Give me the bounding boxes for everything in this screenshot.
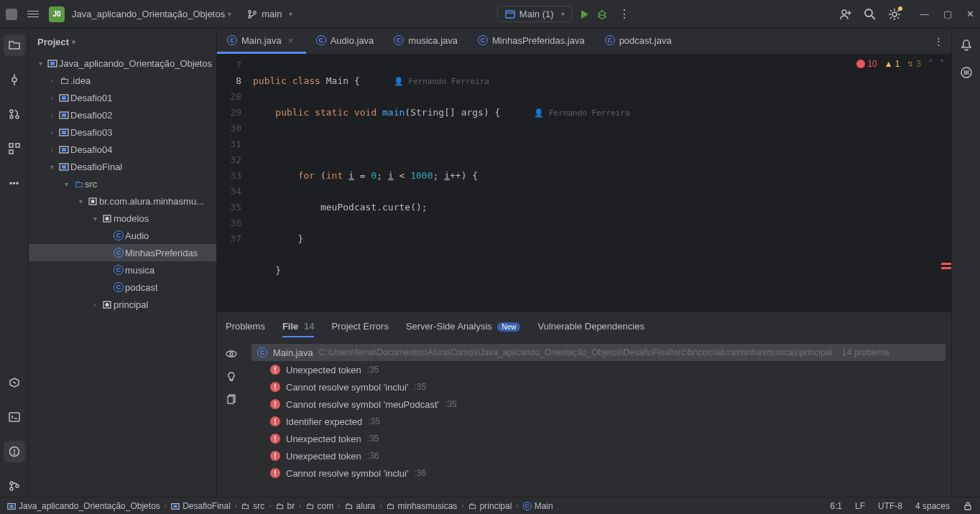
editor-tab[interactable]: C Audio.java [306, 29, 384, 54]
breadcrumb-item[interactable]: 🗀principal [468, 501, 512, 511]
code-with-me-icon[interactable] [839, 8, 852, 21]
project-errors-tab[interactable]: Project Errors [331, 317, 388, 337]
structure-tool-button[interactable] [4, 138, 25, 159]
project-panel-header[interactable]: Project ▾ [29, 29, 216, 55]
tree-item[interactable]: › Desafio02 [29, 106, 216, 123]
commit-tool-button[interactable] [4, 69, 25, 90]
tree-label: musica [125, 265, 154, 276]
editor-error-stripe[interactable] [941, 55, 951, 312]
problem-item[interactable]: !Unexpected token:35 [251, 361, 946, 378]
pull-requests-tool-button[interactable] [4, 103, 25, 125]
breadcrumb-item[interactable]: CMain [523, 501, 553, 511]
services-tool-button[interactable] [4, 372, 25, 393]
editor-tab[interactable]: C Main.java × [217, 29, 306, 54]
breadcrumb-item[interactable]: 🗀minhasmusicas [387, 501, 458, 511]
editor-gutter[interactable]: 7 8 28 29 30 31 32 33 34 35 36 37 [217, 55, 253, 312]
problem-item[interactable]: !Cannot resolve symbol 'inclui':36 [251, 464, 946, 482]
git-branch-selector[interactable]: main ▾ [247, 9, 292, 19]
highlight-icon[interactable] [226, 348, 237, 360]
indent-setting[interactable]: 4 spaces [915, 501, 950, 511]
editor-tab[interactable]: C musica.java [384, 29, 468, 54]
editor-content[interactable]: 7 8 28 29 30 31 32 33 34 35 36 37 public… [217, 55, 951, 312]
editor-tab[interactable]: C podcast.java [595, 29, 682, 54]
inspection-widget[interactable]: 10 ▲1 ↯3 ˄ ˅ [856, 59, 944, 69]
error-icon: ! [270, 451, 280, 461]
breadcrumb-item[interactable]: 🗀alura [345, 501, 376, 511]
tree-label: br.com.alura.minhasmu... [99, 196, 204, 207]
problems-file-row[interactable]: C Main.java C:\Users\ferna\Documentos\Al… [251, 344, 946, 361]
file-tab[interactable]: File 14 [282, 317, 315, 337]
notifications-icon[interactable] [960, 39, 973, 52]
breadcrumb-item[interactable]: 🗀com [306, 501, 334, 511]
tree-item-selected[interactable]: C MinhasPreferidas [29, 244, 216, 261]
svg-rect-40 [62, 113, 66, 117]
project-tree[interactable]: ▾ Java_aplicando_Orientação_Objetos › 🗀 … [29, 55, 216, 497]
tree-item[interactable]: › Desafio04 [29, 141, 216, 158]
readonly-toggle[interactable] [963, 501, 973, 511]
main-menu-button[interactable] [24, 8, 42, 20]
caret-position[interactable]: 6:1 [830, 501, 842, 511]
terminal-tool-button[interactable] [4, 406, 25, 428]
tab-count: 14 [304, 321, 314, 332]
close-button[interactable]: ✕ [966, 9, 974, 19]
editor-tab[interactable]: C MinhasPreferidas.java [468, 29, 595, 54]
problems-list[interactable]: C Main.java C:\Users\ferna\Documentos\Al… [246, 341, 951, 497]
next-highlight-button[interactable]: ˅ [940, 59, 944, 69]
tree-item[interactable]: ▾ DesafioFinal [29, 158, 216, 175]
tree-item[interactable]: › Desafio01 [29, 89, 216, 106]
tree-item[interactable]: ▾ 🗀 src [29, 175, 216, 192]
git-tool-button[interactable] [4, 475, 25, 497]
debug-button[interactable] [596, 8, 609, 21]
line-separator[interactable]: LF [855, 501, 865, 511]
problem-line: :36 [367, 451, 379, 461]
tree-item[interactable]: C musica [29, 261, 216, 279]
problem-item[interactable]: !Unexpected token:35 [251, 430, 946, 447]
project-selector[interactable]: Java_aplicando_Orientação_Objetos ▾ [72, 9, 231, 19]
svg-point-21 [10, 110, 13, 113]
tree-item[interactable]: › principal [29, 296, 216, 313]
breadcrumb-item[interactable]: DesafioFinal [171, 501, 231, 511]
more-run-options[interactable]: ⋮ [614, 7, 635, 21]
tree-label: Audio [125, 230, 149, 241]
tree-item[interactable]: ▾ modelos [29, 210, 216, 227]
run-config-selector[interactable]: Main (1) ▾ [497, 6, 573, 22]
problem-item[interactable]: !Identifier expected:35 [251, 413, 946, 430]
project-tool-button[interactable] [4, 34, 25, 56]
more-tool-button[interactable]: ••• [4, 172, 25, 194]
vulnerable-deps-tab[interactable]: Vulnerable Dependencies [537, 317, 644, 337]
bulb-icon[interactable] [226, 371, 237, 383]
prev-highlight-button[interactable]: ˄ [928, 59, 933, 69]
tree-item[interactable]: › 🗀 .idea [29, 72, 216, 89]
tree-item[interactable]: › Desafio03 [29, 123, 216, 141]
server-analysis-tab[interactable]: Server-Side Analysis New [406, 317, 521, 337]
problems-tool-button[interactable] [4, 441, 25, 462]
problem-item[interactable]: !Unexpected token:36 [251, 447, 946, 464]
settings-icon[interactable] [888, 8, 901, 21]
run-button[interactable] [578, 9, 590, 20]
ai-assistant-icon[interactable] [960, 66, 973, 79]
maximize-button[interactable]: ▢ [943, 9, 952, 19]
minimize-button[interactable]: — [920, 9, 929, 19]
tree-item[interactable]: ▾ br.com.alura.minhasmu... [29, 192, 216, 210]
problems-tabs: Problems File 14 Project Errors Server-S… [217, 312, 951, 341]
copy-icon[interactable] [226, 394, 237, 406]
breadcrumb[interactable]: Java_aplicando_Orientação_Objetos›Desafi… [7, 501, 553, 511]
close-tab-button[interactable]: × [286, 35, 296, 45]
breadcrumb-item[interactable]: 🗀br [276, 501, 295, 511]
tree-label: .idea [70, 75, 91, 86]
problems-tab[interactable]: Problems [226, 317, 265, 337]
line-number: 37 [217, 231, 253, 247]
tree-item[interactable]: C podcast [29, 279, 216, 296]
problem-item[interactable]: !Cannot resolve symbol 'meuPodcast':35 [251, 396, 946, 413]
breadcrumb-item[interactable]: Java_aplicando_Orientação_Objetos [7, 501, 160, 511]
editor-tabs-more[interactable]: ⋮ [925, 29, 951, 54]
search-icon[interactable] [864, 8, 877, 21]
breadcrumb-item[interactable]: 🗀src [241, 501, 264, 511]
problem-item[interactable]: !Cannot resolve symbol 'inclui':35 [251, 378, 946, 396]
tree-root[interactable]: ▾ Java_aplicando_Orientação_Objetos [29, 55, 216, 72]
code-editor[interactable]: public class Main { 👤 Fernando Ferreira … [253, 55, 941, 312]
tree-item[interactable]: C Audio [29, 227, 216, 244]
svg-point-32 [10, 482, 13, 485]
problem-message: Cannot resolve symbol 'inclui' [286, 382, 408, 393]
file-encoding[interactable]: UTF-8 [878, 501, 902, 511]
